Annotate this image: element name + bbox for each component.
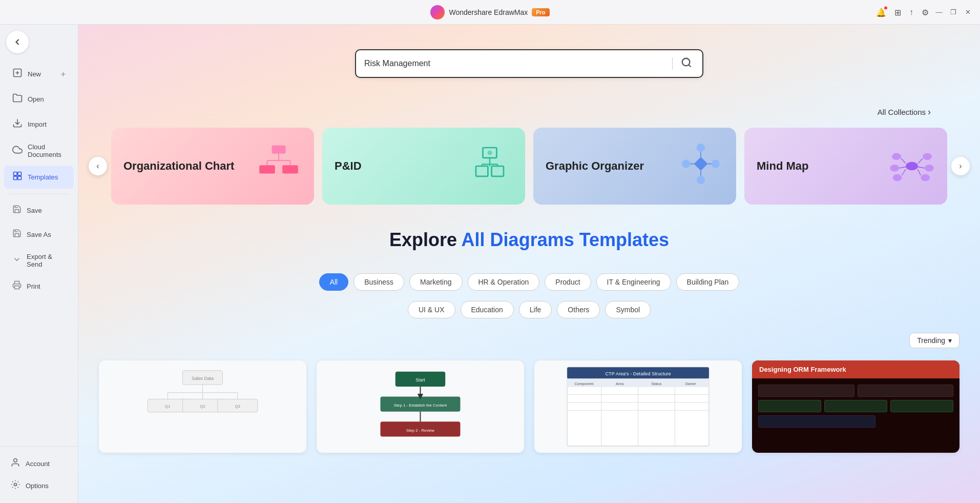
explore-section: Explore All Diagrams Templates	[78, 209, 980, 263]
template-card-3[interactable]: CTP Area's - Detailed Structure Componen…	[534, 360, 742, 453]
sidebar-item-save[interactable]: Save	[4, 199, 74, 222]
sidebar-item-save-as[interactable]: Save As	[4, 224, 74, 246]
graphic-organizer-icon	[678, 143, 724, 189]
svg-point-35	[925, 165, 934, 172]
community-icon[interactable]: ⊞	[894, 7, 901, 17]
sidebar-item-export[interactable]: Export & Send	[4, 248, 74, 273]
options-icon	[10, 479, 20, 492]
explore-highlight: All Diagrams Templates	[462, 229, 669, 250]
filter-tab-education[interactable]: Education	[461, 301, 514, 318]
template-card-2[interactable]: Start Step 1 - Establish the Content Ste…	[317, 360, 524, 453]
close-button[interactable]: ✕	[964, 8, 972, 16]
new-icon	[12, 68, 23, 81]
svg-point-27	[697, 176, 705, 184]
svg-text:Owner: Owner	[685, 382, 696, 386]
filter-tab-ui[interactable]: UI & UX	[408, 301, 455, 318]
svg-rect-17	[476, 166, 488, 176]
open-icon	[12, 93, 23, 106]
pro-badge: Pro	[532, 8, 549, 16]
svg-line-44	[899, 167, 906, 168]
search-bar[interactable]	[355, 49, 703, 78]
sidebar-item-new[interactable]: New +	[4, 63, 74, 86]
svg-rect-2	[18, 172, 22, 176]
carousel-next[interactable]: ›	[951, 157, 970, 175]
svg-point-6	[14, 459, 17, 462]
template-card-1[interactable]: Sales Data Q1 Q2 Q3	[99, 360, 306, 453]
sidebar-options[interactable]: Options	[4, 475, 74, 497]
svg-line-42	[918, 169, 921, 175]
sidebar-templates-label: Templates	[28, 173, 58, 181]
sidebar-divider	[8, 194, 70, 194]
template-card-4[interactable]: Designing ORM Framework	[752, 360, 960, 453]
org-chart-icon	[256, 143, 302, 189]
sidebar-item-print[interactable]: Print	[4, 275, 74, 297]
share-icon[interactable]: ↑	[909, 8, 913, 17]
svg-marker-24	[694, 157, 708, 171]
filter-tab-others[interactable]: Others	[557, 301, 600, 318]
sidebar-item-templates[interactable]: Templates	[4, 166, 74, 189]
filter-tab-marketing[interactable]: Marketing	[409, 273, 462, 291]
search-input[interactable]	[364, 59, 666, 68]
sort-arrow: ▾	[948, 336, 952, 345]
svg-text:Step 2 - Review: Step 2 - Review	[406, 428, 434, 433]
pid-icon	[467, 143, 513, 189]
sort-row: Trending ▾	[78, 329, 980, 352]
account-label: Account	[26, 460, 50, 468]
svg-rect-15	[282, 165, 298, 173]
sidebar-save-as-label: Save As	[27, 231, 51, 238]
svg-line-43	[901, 158, 906, 164]
notification-icon[interactable]: 🔔	[876, 7, 886, 17]
sidebar-item-open[interactable]: Open	[4, 88, 74, 111]
svg-line-45	[902, 169, 906, 175]
svg-rect-9	[272, 146, 286, 154]
filter-tab-hr[interactable]: HR & Operation	[468, 273, 540, 291]
carousel-prev[interactable]: ‹	[89, 157, 107, 175]
back-button[interactable]	[6, 31, 29, 53]
filter-tab-symbol[interactable]: Symbol	[605, 301, 651, 318]
settings-icon[interactable]: ⚙	[922, 7, 929, 17]
filter-tab-it[interactable]: IT & Engineering	[596, 273, 671, 291]
svg-point-23	[488, 150, 492, 155]
print-icon	[12, 280, 22, 292]
filter-tab-product[interactable]: Product	[545, 273, 591, 291]
filter-tabs: All Business Marketing HR & Operation Pr…	[78, 263, 980, 301]
svg-text:Sales Data: Sales Data	[192, 376, 214, 381]
sidebar-cloud-label: Cloud Documents	[28, 143, 66, 158]
svg-point-26	[712, 159, 720, 168]
svg-point-28	[682, 159, 690, 168]
carousel-card-org-chart[interactable]: Organizational Chart	[111, 128, 314, 205]
titlebar: Wondershare EdrawMax Pro 🔔 ⊞ ↑ ⚙ — ❐ ✕	[0, 0, 980, 25]
carousel-card-pid[interactable]: P&ID	[322, 128, 525, 205]
app-name: Wondershare EdrawMax	[449, 8, 528, 16]
maximize-button[interactable]: ❐	[949, 8, 957, 16]
sort-dropdown[interactable]: Trending ▾	[909, 333, 960, 348]
svg-point-39	[893, 174, 902, 182]
sidebar-item-import[interactable]: Import	[4, 113, 74, 136]
carousel-card-mind-map[interactable]: Mind Map	[744, 128, 947, 205]
minimize-button[interactable]: —	[935, 8, 943, 16]
svg-rect-3	[14, 176, 17, 180]
sidebar-account[interactable]: Account	[4, 453, 74, 475]
account-icon	[10, 457, 20, 470]
import-icon	[12, 118, 23, 131]
svg-rect-1	[14, 172, 17, 176]
search-button[interactable]	[679, 55, 694, 73]
svg-text:Status: Status	[651, 382, 662, 386]
carousel-card-graphic[interactable]: Graphic Organizer	[533, 128, 736, 205]
all-collections-label: All Collections	[878, 108, 926, 116]
svg-line-41	[918, 167, 925, 168]
filter-tab-business[interactable]: Business	[353, 273, 404, 291]
export-icon	[12, 255, 22, 267]
svg-rect-18	[492, 166, 504, 176]
sidebar-item-cloud[interactable]: Cloud Documents	[4, 138, 74, 164]
filter-tab-life[interactable]: Life	[519, 301, 552, 318]
sidebar-open-label: Open	[28, 95, 44, 103]
all-collections-link[interactable]: All Collections ›	[878, 107, 931, 117]
save-as-icon	[12, 229, 22, 240]
templates-icon	[12, 171, 23, 184]
options-label: Options	[26, 482, 49, 490]
sidebar-save-label: Save	[27, 207, 42, 214]
titlebar-icons: 🔔 ⊞ ↑ ⚙	[876, 7, 929, 17]
filter-tab-all[interactable]: All	[319, 273, 349, 291]
filter-tab-building[interactable]: Building Plan	[676, 273, 740, 291]
